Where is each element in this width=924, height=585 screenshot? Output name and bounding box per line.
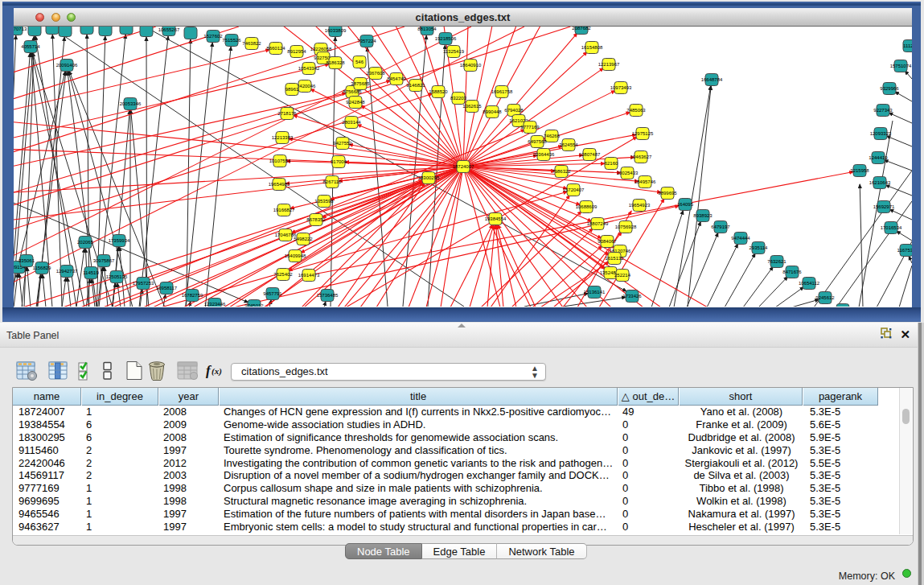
svg-text:7485063: 7485063 — [626, 108, 646, 113]
svg-text:10756928: 10756928 — [615, 225, 637, 229]
svg-text:1167534: 1167534 — [897, 248, 912, 253]
svg-text:832203: 832203 — [450, 96, 467, 101]
svg-text:20070713: 20070713 — [14, 27, 27, 31]
svg-text:16033809: 16033809 — [325, 28, 347, 33]
svg-text:7463822: 7463822 — [242, 41, 261, 46]
svg-text:18807249: 18807249 — [587, 221, 609, 226]
svg-text:8267110: 8267110 — [323, 179, 343, 184]
svg-text:18724007: 18724007 — [453, 164, 474, 169]
svg-text:3875685: 3875685 — [351, 81, 370, 86]
svg-text:7357224: 7357224 — [357, 39, 376, 43]
svg-text:1244419: 1244419 — [869, 155, 888, 160]
svg-text:1353598: 1353598 — [314, 199, 334, 204]
svg-text:2718176: 2718176 — [277, 111, 297, 116]
svg-text:12323446: 12323446 — [204, 302, 226, 307]
svg-text:9084067: 9084067 — [598, 239, 617, 244]
svg-text:335061: 335061 — [18, 258, 35, 263]
svg-text:1527602: 1527602 — [203, 34, 223, 39]
svg-text:9777169: 9777169 — [520, 125, 540, 130]
svg-text:16409948: 16409948 — [285, 253, 306, 258]
svg-text:7632621: 7632621 — [767, 259, 786, 264]
svg-text:20091406: 20091406 — [56, 63, 78, 68]
svg-text:30975867: 30975867 — [93, 258, 115, 263]
svg-text:2087682: 2087682 — [572, 27, 591, 31]
svg-text:19654985: 19654985 — [269, 182, 290, 187]
svg-text:4055714: 4055714 — [21, 44, 40, 49]
svg-text:8660124: 8660124 — [266, 46, 285, 51]
svg-text:12942737: 12942737 — [56, 269, 78, 274]
svg-text:16210643: 16210643 — [869, 180, 891, 185]
svg-text:1362615: 1362615 — [462, 104, 482, 109]
svg-text:16914473: 16914473 — [298, 273, 320, 278]
svg-text:16154808: 16154808 — [581, 45, 603, 50]
svg-text:15751074: 15751074 — [890, 64, 912, 68]
svg-text:6479197: 6479197 — [711, 225, 730, 229]
svg-text:15720407: 15720407 — [563, 187, 585, 192]
svg-text:9227343: 9227343 — [873, 108, 893, 113]
svg-text:11122: 11122 — [903, 43, 912, 48]
svg-text:18495746: 18495746 — [634, 179, 656, 184]
svg-text:19166827: 19166827 — [273, 208, 295, 212]
svg-text:6497568: 6497568 — [528, 139, 547, 144]
svg-text:8678352: 8678352 — [306, 217, 326, 222]
svg-text:10107554: 10107554 — [269, 159, 291, 163]
svg-text:1156829: 1156829 — [33, 266, 52, 270]
svg-text:17957253: 17957253 — [133, 281, 154, 286]
svg-text:10655267: 10655267 — [158, 27, 180, 32]
svg-text:8186328: 8186328 — [326, 60, 345, 65]
svg-text:5498222: 5498222 — [294, 237, 313, 241]
svg-text:1733426: 1733426 — [622, 294, 642, 299]
svg-text:62160: 62160 — [605, 161, 618, 166]
svg-text:12093323: 12093323 — [870, 131, 892, 136]
svg-text:1588520: 1588520 — [429, 89, 448, 94]
svg-text:12213967: 12213967 — [598, 62, 620, 67]
svg-text:(x): (x) — [211, 366, 222, 377]
svg-text:7986322: 7986322 — [552, 169, 571, 174]
svg-text:7625402: 7625402 — [273, 272, 293, 277]
svg-text:20053346: 20053346 — [120, 101, 142, 106]
svg-text:3624554: 3624554 — [559, 142, 578, 147]
svg-text:15736485: 15736485 — [317, 293, 339, 298]
svg-text:16961758: 16961758 — [491, 89, 513, 94]
svg-text:2803144: 2803144 — [342, 120, 361, 125]
svg-text:9146821: 9146821 — [406, 83, 425, 88]
svg-text:746266: 746266 — [544, 134, 561, 138]
svg-text:6794028: 6794028 — [504, 108, 524, 113]
svg-text:202065: 202065 — [77, 240, 94, 245]
svg-text:9245612: 9245612 — [815, 295, 835, 300]
svg-text:10958117: 10958117 — [156, 286, 178, 290]
svg-text:1615132: 1615132 — [605, 256, 624, 261]
svg-text:8990448: 8990448 — [483, 109, 502, 114]
svg-text:10463627: 10463627 — [630, 154, 652, 159]
svg-text:10654112: 10654112 — [799, 281, 820, 286]
svg-text:98961: 98961 — [285, 87, 299, 92]
svg-text:20364436: 20364436 — [533, 152, 555, 157]
svg-text:19384554: 19384554 — [485, 216, 507, 221]
svg-text:7515526: 7515526 — [222, 38, 241, 43]
svg-text:10807487: 10807487 — [579, 152, 601, 157]
svg-text:18640910: 18640910 — [460, 63, 482, 68]
svg-text:19218506: 19218506 — [435, 36, 457, 41]
svg-text:10973493: 10973493 — [610, 85, 632, 90]
svg-text:17359934: 17359934 — [109, 238, 130, 243]
svg-text:12975125: 12975125 — [632, 131, 654, 136]
svg-text:2367608: 2367608 — [366, 71, 385, 76]
svg-text:8756685: 8756685 — [343, 89, 362, 94]
svg-text:10543342: 10543342 — [298, 66, 320, 71]
svg-text:2935114: 2935114 — [749, 245, 769, 250]
svg-text:9329966: 9329966 — [880, 86, 899, 91]
svg-text:13226058: 13226058 — [310, 47, 332, 51]
svg-text:15136141: 15136141 — [584, 290, 606, 295]
svg-text:252214: 252214 — [614, 273, 631, 278]
svg-text:9427552: 9427552 — [333, 141, 352, 146]
svg-text:9474444: 9474444 — [731, 236, 750, 241]
svg-text:8471676: 8471676 — [782, 270, 802, 274]
svg-text:12213383: 12213383 — [272, 135, 294, 140]
svg-text:16782759: 16782759 — [182, 293, 203, 298]
svg-text:11325419: 11325419 — [443, 49, 465, 54]
svg-text:15692971: 15692971 — [873, 204, 895, 209]
svg-text:19654923: 19654923 — [629, 203, 651, 208]
svg-text:164095: 164095 — [677, 202, 694, 207]
svg-text:114519: 114519 — [83, 270, 99, 275]
svg-text:8454749: 8454749 — [387, 76, 406, 81]
